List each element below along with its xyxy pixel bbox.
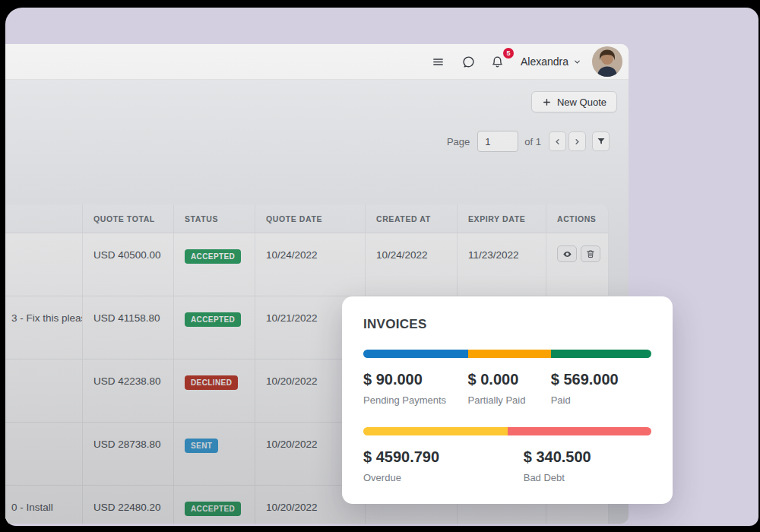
notifications-bell-icon[interactable]: 5 xyxy=(487,51,508,72)
bar-segment-overdue xyxy=(363,427,508,435)
chevron-down-icon xyxy=(573,58,581,66)
bar-segment-pending xyxy=(363,350,468,358)
cell-quote-total: USD 41158.80 xyxy=(82,296,173,359)
new-quote-button[interactable]: New Quote xyxy=(531,91,617,112)
invoices-status-bar-bottom xyxy=(363,427,651,435)
pagination-bar: Page of 1 xyxy=(447,131,610,152)
column-header-expiry-date: EXPIRY DATE xyxy=(457,204,546,233)
notification-count-badge: 5 xyxy=(503,48,514,59)
new-quote-label: New Quote xyxy=(557,97,606,108)
cell-status: ACCEPTED xyxy=(173,486,255,524)
cell-quote-total: USD 40500.00 xyxy=(82,233,173,296)
stat-amount: $ 90.000 xyxy=(363,371,468,388)
stat-bad-debt: $ 340.500 Bad Debt xyxy=(524,448,651,483)
status-badge: ACCEPTED xyxy=(185,249,241,264)
eye-icon xyxy=(562,249,572,259)
funnel-icon xyxy=(597,137,606,146)
invoices-stats-top: $ 90.000 Pending Payments $ 0.000 Partia… xyxy=(363,371,651,406)
chevron-left-icon xyxy=(553,138,562,146)
column-header-quote-total: QUOTE TOTAL xyxy=(82,204,173,233)
cell-status: DECLINED xyxy=(173,359,255,422)
column-header-name xyxy=(5,204,82,233)
bar-segment-partially-paid xyxy=(468,350,551,358)
cell-quote-total: USD 22480.20 xyxy=(82,486,173,524)
view-quote-button[interactable] xyxy=(557,245,577,262)
stat-overdue: $ 4590.790 Overdue xyxy=(363,448,524,483)
page-label: Page xyxy=(447,136,470,147)
stat-label: Overdue xyxy=(363,472,524,483)
invoices-stats-bottom: $ 4590.790 Overdue $ 340.500 Bad Debt xyxy=(363,448,651,483)
hamburger-menu-icon[interactable] xyxy=(428,51,449,72)
user-menu[interactable]: Alexandra xyxy=(521,55,581,68)
cell-status: ACCEPTED xyxy=(173,296,255,359)
chevron-right-icon xyxy=(573,138,581,146)
invoices-card: INVOICES $ 90.000 Pending Payments $ 0.0… xyxy=(342,296,673,504)
stat-label: Bad Debt xyxy=(524,472,651,483)
plus-icon xyxy=(542,97,552,107)
stat-amount: $ 340.500 xyxy=(524,448,651,466)
stat-amount: $ 0.000 xyxy=(468,371,551,388)
cell-status: ACCEPTED xyxy=(173,233,255,296)
column-header-quote-date: QUOTE DATE xyxy=(255,204,365,233)
stat-label: Paid xyxy=(551,394,651,406)
chat-icon[interactable] xyxy=(458,51,480,72)
cell-quote-total: USD 28738.80 xyxy=(82,423,173,485)
trash-icon xyxy=(586,249,595,258)
column-header-actions: ACTIONS xyxy=(546,204,608,233)
status-badge: ACCEPTED xyxy=(185,312,241,327)
cell-status: SENT xyxy=(173,423,255,485)
stat-label: Partially Paid xyxy=(468,394,551,406)
cell-name: 0 - Install xyxy=(5,486,82,524)
table-header-row: QUOTE TOTAL STATUS QUOTE DATE CREATED AT… xyxy=(5,204,608,233)
stat-paid: $ 569.000 Paid xyxy=(551,371,651,406)
stat-partially-paid: $ 0.000 Partially Paid xyxy=(468,371,551,406)
page-number-input[interactable] xyxy=(477,131,518,152)
page-total-label: of 1 xyxy=(524,136,541,147)
table-row[interactable]: USD 40500.00 ACCEPTED 10/24/2022 10/24/2… xyxy=(5,233,608,296)
topbar: 5 Alexandra xyxy=(5,44,629,80)
stat-pending-payments: $ 90.000 Pending Payments xyxy=(363,371,468,406)
bar-segment-paid xyxy=(551,350,651,358)
prev-page-button[interactable] xyxy=(549,131,566,151)
backdrop: 5 Alexandra New Quote xyxy=(5,8,758,526)
invoices-status-bar-top xyxy=(363,350,651,358)
invoices-title: INVOICES xyxy=(363,317,651,332)
cell-actions xyxy=(546,233,608,296)
filter-button[interactable] xyxy=(592,131,610,151)
cell-name: 3 - Fix this please xyxy=(5,296,82,359)
cell-quote-total: USD 42238.80 xyxy=(82,359,173,422)
column-header-created-at: CREATED AT xyxy=(365,204,457,233)
bar-segment-bad-debt xyxy=(508,427,652,435)
cell-quote-date: 10/24/2022 xyxy=(255,233,365,296)
delete-quote-button[interactable] xyxy=(581,245,600,262)
cell-name xyxy=(5,423,82,485)
status-badge: DECLINED xyxy=(185,375,238,390)
cell-name xyxy=(5,359,82,422)
status-badge: SENT xyxy=(185,439,218,453)
cell-expiry-date: 11/23/2022 xyxy=(457,233,546,296)
cell-created-at: 10/24/2022 xyxy=(365,233,457,296)
user-name: Alexandra xyxy=(521,55,568,68)
stat-label: Pending Payments xyxy=(363,394,468,406)
status-badge: ACCEPTED xyxy=(185,502,241,516)
stat-amount: $ 569.000 xyxy=(551,371,651,388)
stat-amount: $ 4590.790 xyxy=(363,448,524,466)
column-header-status: STATUS xyxy=(173,204,255,233)
next-page-button[interactable] xyxy=(568,131,586,151)
user-avatar[interactable] xyxy=(592,46,622,77)
cell-name xyxy=(5,233,82,296)
